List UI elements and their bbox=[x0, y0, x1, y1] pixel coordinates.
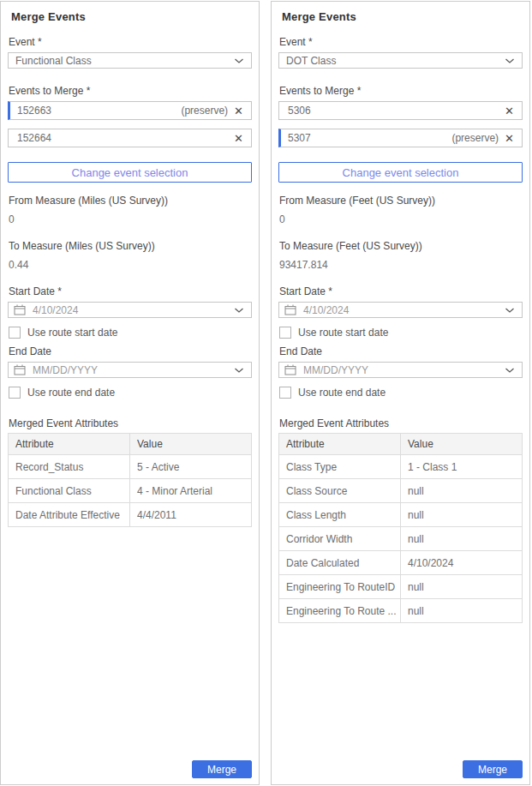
end-date-label: End Date bbox=[9, 345, 252, 357]
close-icon[interactable]: ✕ bbox=[505, 105, 514, 117]
use-route-end-date-checkbox[interactable] bbox=[9, 387, 21, 399]
value-cell[interactable]: 1 - Class 1 bbox=[401, 455, 523, 479]
calendar-icon bbox=[14, 364, 26, 375]
value-cell[interactable]: 4/10/2024 bbox=[401, 551, 523, 575]
close-icon[interactable]: ✕ bbox=[234, 105, 243, 117]
table-row: Class Length null bbox=[279, 503, 523, 527]
event-id: 152664 bbox=[17, 132, 234, 144]
events-to-merge-label: Events to Merge * bbox=[279, 85, 523, 97]
value-column-header: Value bbox=[401, 434, 523, 455]
use-route-start-date-label: Use route start date bbox=[27, 327, 117, 339]
start-date-picker[interactable]: 4/10/2024 bbox=[278, 302, 523, 318]
chevron-down-icon bbox=[234, 367, 244, 374]
page-title: Merge Events bbox=[282, 10, 523, 23]
start-date-picker[interactable]: 4/10/2024 bbox=[8, 302, 252, 318]
value-column-header: Value bbox=[130, 434, 252, 455]
end-date-placeholder: MM/DD/YYYY bbox=[33, 364, 227, 376]
event-to-merge-item[interactable]: 5306 ✕ bbox=[278, 101, 523, 120]
table-row: Engineering To Route ... null bbox=[279, 599, 523, 623]
close-icon[interactable]: ✕ bbox=[234, 133, 243, 144]
attribute-cell: Date Attribute Effective bbox=[9, 503, 130, 527]
event-to-merge-item[interactable]: 5307 (preserve) ✕ bbox=[278, 129, 523, 147]
merge-events-panel-right: Merge Events Event * DOT Class Events to… bbox=[271, 1, 530, 785]
table-row: Date Calculated 4/10/2024 bbox=[279, 551, 523, 575]
from-measure-label: From Measure (Miles (US Survey)) bbox=[9, 195, 252, 207]
event-select[interactable]: Functional Class bbox=[8, 52, 252, 69]
end-date-label: End Date bbox=[279, 345, 523, 357]
value-cell[interactable]: null bbox=[401, 575, 523, 599]
to-measure-value: 0.44 bbox=[9, 259, 252, 271]
value-cell[interactable]: 5 - Active bbox=[130, 455, 252, 479]
use-route-start-date-checkbox[interactable] bbox=[9, 327, 21, 339]
attribute-column-header: Attribute bbox=[279, 434, 401, 455]
chevron-down-icon bbox=[505, 57, 515, 64]
table-row: Engineering To RouteID null bbox=[279, 575, 523, 599]
use-route-start-date-label: Use route start date bbox=[298, 327, 388, 339]
event-select-value: DOT Class bbox=[286, 55, 505, 67]
calendar-icon bbox=[284, 304, 296, 315]
start-date-label: Start Date * bbox=[279, 285, 523, 297]
merged-event-attributes-label: Merged Event Attributes bbox=[279, 417, 523, 429]
start-date-value: 4/10/2024 bbox=[33, 304, 227, 316]
table-header-row: Attribute Value bbox=[279, 434, 523, 455]
attribute-column-header: Attribute bbox=[9, 434, 130, 455]
value-cell[interactable]: null bbox=[401, 527, 523, 551]
table-row: Class Type 1 - Class 1 bbox=[279, 455, 523, 479]
close-icon[interactable]: ✕ bbox=[505, 133, 514, 144]
table-row: Class Source null bbox=[279, 479, 523, 503]
attribute-cell: Class Source bbox=[279, 479, 401, 503]
use-route-start-date-checkbox[interactable] bbox=[279, 327, 291, 339]
merge-events-panel-left: Merge Events Event * Functional Class Ev… bbox=[0, 1, 260, 785]
event-to-merge-item[interactable]: 152663 (preserve) ✕ bbox=[8, 101, 252, 120]
from-measure-value: 0 bbox=[9, 213, 252, 225]
start-date-label: Start Date * bbox=[9, 285, 252, 297]
event-id: 5307 bbox=[288, 132, 451, 144]
table-row: Functional Class 4 - Minor Arterial bbox=[9, 479, 252, 503]
merged-event-attributes-table: Attribute Value Class Type 1 - Class 1 C… bbox=[278, 433, 523, 623]
chevron-down-icon bbox=[505, 367, 515, 374]
attribute-cell: Class Type bbox=[279, 455, 401, 479]
calendar-icon bbox=[284, 364, 296, 375]
use-route-end-date-label: Use route end date bbox=[298, 387, 386, 399]
from-measure-value: 0 bbox=[279, 213, 523, 225]
merged-event-attributes-label: Merged Event Attributes bbox=[9, 417, 252, 429]
chevron-down-icon bbox=[234, 307, 244, 314]
end-date-picker[interactable]: MM/DD/YYYY bbox=[278, 362, 523, 378]
start-date-value: 4/10/2024 bbox=[303, 304, 498, 316]
merge-button[interactable]: Merge bbox=[192, 760, 252, 778]
event-select-value: Functional Class bbox=[15, 55, 234, 67]
preserve-tag: (preserve) bbox=[181, 105, 228, 117]
chevron-down-icon bbox=[234, 57, 244, 64]
attribute-cell: Functional Class bbox=[9, 479, 130, 503]
attribute-cell: Engineering To RouteID bbox=[279, 575, 401, 599]
merged-event-attributes-table: Attribute Value Record_Status 5 - Active… bbox=[8, 433, 252, 527]
table-row: Date Attribute Effective 4/4/2011 bbox=[9, 503, 252, 527]
calendar-icon bbox=[14, 304, 26, 315]
change-event-selection-button[interactable]: Change event selection bbox=[8, 162, 252, 183]
use-route-end-date-checkbox[interactable] bbox=[279, 387, 291, 399]
merge-button[interactable]: Merge bbox=[463, 760, 523, 778]
value-cell[interactable]: 4/4/2011 bbox=[130, 503, 252, 527]
table-row: Corridor Width null bbox=[279, 527, 523, 551]
event-select[interactable]: DOT Class bbox=[278, 52, 523, 69]
event-id: 152663 bbox=[17, 105, 181, 117]
value-cell[interactable]: null bbox=[401, 503, 523, 527]
value-cell[interactable]: null bbox=[401, 599, 523, 623]
table-row: Record_Status 5 - Active bbox=[9, 455, 252, 479]
attribute-cell: Record_Status bbox=[9, 455, 130, 479]
page-title: Merge Events bbox=[11, 10, 252, 23]
events-to-merge-label: Events to Merge * bbox=[9, 85, 252, 97]
use-route-end-date-label: Use route end date bbox=[27, 387, 115, 399]
change-event-selection-button[interactable]: Change event selection bbox=[278, 162, 523, 183]
attribute-cell: Corridor Width bbox=[279, 527, 401, 551]
preserve-tag: (preserve) bbox=[451, 132, 499, 144]
to-measure-value: 93417.814 bbox=[279, 259, 523, 271]
end-date-picker[interactable]: MM/DD/YYYY bbox=[8, 362, 252, 378]
value-cell[interactable]: 4 - Minor Arterial bbox=[130, 479, 252, 503]
event-label: Event * bbox=[279, 36, 523, 48]
attribute-cell: Engineering To Route ... bbox=[279, 599, 401, 623]
event-label: Event * bbox=[9, 36, 252, 48]
value-cell[interactable]: null bbox=[401, 479, 523, 503]
event-to-merge-item[interactable]: 152664 ✕ bbox=[8, 129, 252, 147]
to-measure-label: To Measure (Feet (US Survey)) bbox=[279, 240, 523, 252]
